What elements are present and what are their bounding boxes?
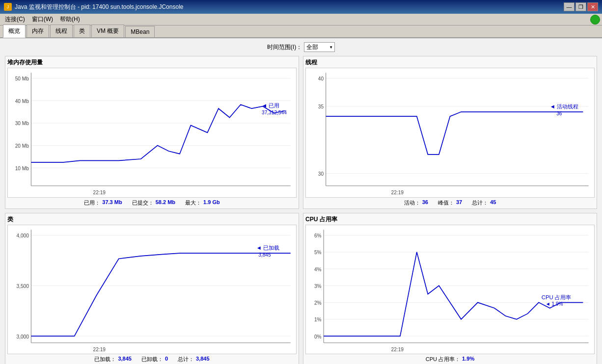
heap-chart-title: 堆内存使用量 bbox=[7, 58, 297, 67]
svg-text:30: 30 bbox=[318, 171, 324, 177]
heap-max-value: 1.9 Gb bbox=[203, 199, 220, 207]
threads-active-label: 活动： bbox=[404, 199, 420, 207]
heap-stat-used: 已用： 37.3 Mb bbox=[84, 199, 122, 207]
svg-text:◄ 活动线程: ◄ 活动线程 bbox=[550, 104, 578, 109]
cpu-chart-title: CPU 占用率 bbox=[305, 215, 595, 224]
svg-text:3%: 3% bbox=[314, 283, 322, 288]
svg-text:2%: 2% bbox=[314, 300, 322, 306]
menu-items: 连接(C) 窗口(W) 帮助(H) bbox=[2, 14, 83, 25]
threads-peak-label: 峰值： bbox=[438, 199, 454, 207]
svg-text:3,845: 3,845 bbox=[258, 252, 271, 258]
cpu-chart-panel: CPU 占用率 6% 5% 4% 3% 2% 1% 0% bbox=[303, 213, 597, 364]
threads-active-value: 36 bbox=[422, 199, 428, 207]
heap-max-label: 最大： bbox=[185, 199, 201, 207]
svg-text:20 Mb: 20 Mb bbox=[15, 143, 29, 149]
heap-chart-area: 50 Mb 40 Mb 30 Mb 20 Mb 10 Mb bbox=[7, 68, 297, 198]
threads-total-label: 总计： bbox=[472, 199, 488, 207]
minimize-button[interactable]: — bbox=[564, 2, 575, 11]
svg-text:50 Mb: 50 Mb bbox=[15, 76, 29, 81]
classes-stat-loaded: 已加载： 3,845 bbox=[94, 356, 132, 363]
heap-committed-value: 58.2 Mb bbox=[156, 199, 175, 207]
svg-text:4%: 4% bbox=[314, 266, 322, 272]
tab-vm-summary[interactable]: VM 概要 bbox=[91, 25, 124, 37]
cpu-usage-value: 1.9% bbox=[462, 356, 474, 363]
heap-used-label: 已用： bbox=[84, 199, 100, 207]
classes-unloaded-value: 0 bbox=[165, 356, 168, 363]
heap-svg: 50 Mb 40 Mb 30 Mb 20 Mb 10 Mb bbox=[8, 68, 296, 197]
svg-text:22:19: 22:19 bbox=[93, 346, 106, 352]
svg-text:◄ 已加载: ◄ 已加载 bbox=[256, 245, 279, 251]
maximize-button[interactable]: ❐ bbox=[575, 2, 586, 11]
classes-loaded-label: 已加载： bbox=[94, 356, 116, 363]
tab-threads[interactable]: 线程 bbox=[50, 25, 73, 37]
app-icon: J bbox=[4, 3, 12, 11]
svg-text:1%: 1% bbox=[314, 317, 322, 322]
cpu-chart-area: 6% 5% 4% 3% 2% 1% 0% bbox=[305, 225, 595, 355]
classes-chart-area: 4,000 3,500 3,000 22:19 bbox=[7, 225, 297, 355]
connection-indicator bbox=[590, 15, 600, 25]
threads-stat-peak: 峰值： 37 bbox=[438, 199, 462, 207]
tab-memory[interactable]: 内存 bbox=[27, 25, 49, 37]
svg-text:22:19: 22:19 bbox=[391, 190, 404, 195]
menu-help[interactable]: 帮助(H) bbox=[57, 14, 83, 25]
svg-text:5%: 5% bbox=[314, 250, 322, 255]
cpu-svg: 6% 5% 4% 3% 2% 1% 0% bbox=[306, 225, 594, 354]
svg-text:6%: 6% bbox=[314, 233, 322, 238]
title-bar: J Java 监视和管理控制台 - pid: 17400 sun.tools.j… bbox=[0, 0, 602, 14]
classes-total-value: 3,845 bbox=[196, 356, 210, 363]
time-range-bar: 时间范围(I)： 全部 1 分钟 5 分钟 10 分钟 30 分钟 bbox=[5, 42, 597, 52]
heap-chart-footer: 已用： 37.3 Mb 已提交： 58.2 Mb 最大： 1.9 Gb bbox=[7, 199, 297, 207]
svg-text:0%: 0% bbox=[314, 334, 322, 339]
svg-text:◄ 已用: ◄ 已用 bbox=[262, 103, 279, 108]
classes-chart-title: 类 bbox=[7, 215, 297, 224]
threads-total-value: 45 bbox=[490, 199, 496, 207]
heap-committed-label: 已提交： bbox=[132, 199, 154, 207]
heap-chart-panel: 堆内存使用量 50 Mb 40 Mb 30 Mb 20 Mb 10 Mb bbox=[5, 56, 299, 209]
svg-text:4,000: 4,000 bbox=[16, 233, 29, 238]
threads-stat-total: 总计： 45 bbox=[472, 199, 496, 207]
svg-text:36: 36 bbox=[556, 111, 562, 116]
tab-overview[interactable]: 概览 bbox=[3, 25, 26, 38]
classes-svg: 4,000 3,500 3,000 22:19 bbox=[8, 225, 296, 354]
classes-stat-total: 总计： 3,845 bbox=[178, 356, 210, 363]
title-bar-left: J Java 监视和管理控制台 - pid: 17400 sun.tools.j… bbox=[4, 3, 183, 11]
tab-bar: 概览 内存 线程 类 VM 概要 MBean bbox=[0, 26, 602, 38]
time-range-select[interactable]: 全部 1 分钟 5 分钟 10 分钟 30 分钟 bbox=[304, 42, 335, 52]
svg-text:22:19: 22:19 bbox=[93, 190, 106, 195]
svg-text:3,000: 3,000 bbox=[16, 334, 29, 339]
threads-chart-area: 40 35 30 22:19 bbox=[305, 68, 595, 198]
classes-chart-footer: 已加载： 3,845 已卸载： 0 总计： 3,845 bbox=[7, 356, 297, 363]
svg-text:37,312,544: 37,312,544 bbox=[262, 110, 287, 115]
classes-loaded-value: 3,845 bbox=[118, 356, 132, 363]
tab-mbean[interactable]: MBean bbox=[125, 26, 155, 37]
time-range-label: 时间范围(I)： bbox=[267, 43, 302, 52]
time-range-select-wrapper: 全部 1 分钟 5 分钟 10 分钟 30 分钟 bbox=[304, 42, 335, 52]
threads-chart-title: 线程 bbox=[305, 58, 595, 67]
cpu-usage-label: CPU 占用率： bbox=[426, 356, 460, 363]
svg-text:35: 35 bbox=[318, 104, 324, 109]
heap-used-value: 37.3 Mb bbox=[102, 199, 122, 207]
charts-grid: 堆内存使用量 50 Mb 40 Mb 30 Mb 20 Mb 10 Mb bbox=[5, 56, 597, 359]
threads-stat-active: 活动： 36 bbox=[404, 199, 428, 207]
svg-text:30 Mb: 30 Mb bbox=[15, 121, 29, 126]
main-content: 时间范围(I)： 全部 1 分钟 5 分钟 10 分钟 30 分钟 堆内存使用量… bbox=[0, 38, 602, 364]
threads-chart-footer: 活动： 36 峰值： 37 总计： 45 bbox=[305, 199, 595, 207]
svg-text:22:19: 22:19 bbox=[391, 346, 404, 352]
heap-stat-max: 最大： 1.9 Gb bbox=[185, 199, 220, 207]
threads-svg: 40 35 30 22:19 bbox=[306, 68, 594, 197]
classes-total-label: 总计： bbox=[178, 356, 194, 363]
heap-stat-committed: 已提交： 58.2 Mb bbox=[132, 199, 175, 207]
close-button[interactable]: ✕ bbox=[587, 2, 598, 11]
tab-classes[interactable]: 类 bbox=[74, 25, 90, 37]
svg-text:10 Mb: 10 Mb bbox=[15, 166, 29, 171]
window-controls: — ❐ ✕ bbox=[564, 2, 598, 11]
classes-chart-panel: 类 4,000 3,500 3,000 22:19 bbox=[5, 213, 299, 364]
menu-connect[interactable]: 连接(C) bbox=[2, 14, 28, 25]
threads-chart-panel: 线程 40 35 30 22:19 bbox=[303, 56, 597, 209]
cpu-chart-footer: CPU 占用率： 1.9% bbox=[305, 356, 595, 363]
threads-peak-value: 37 bbox=[456, 199, 462, 207]
svg-text:3,500: 3,500 bbox=[16, 283, 29, 288]
classes-unloaded-label: 已卸载： bbox=[141, 356, 163, 363]
classes-stat-unloaded: 已卸载： 0 bbox=[141, 356, 168, 363]
menu-window[interactable]: 窗口(W) bbox=[29, 14, 56, 25]
